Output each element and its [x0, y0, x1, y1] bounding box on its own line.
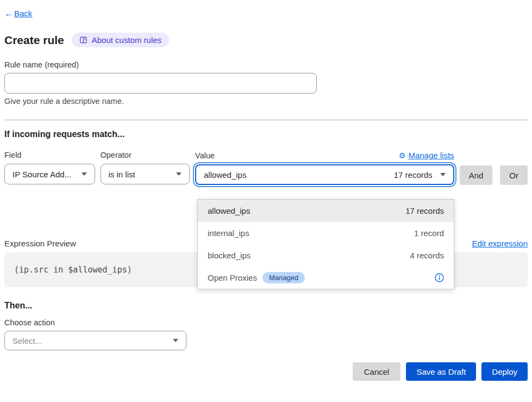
list-item-left: Open Proxies Managed: [208, 272, 305, 283]
list-item-records: 17 records: [405, 206, 444, 215]
operator-label: Operator: [101, 151, 190, 159]
list-item-blocked-ips[interactable]: blocked_ips 4 records: [198, 244, 454, 267]
and-button[interactable]: And: [460, 165, 493, 185]
about-custom-rules-label: About custom rules: [92, 35, 161, 45]
list-item-allowed-ips[interactable]: allowed_ips 17 records: [198, 200, 454, 222]
create-rule-page: ←Back Create rule About custom rules Rul…: [0, 0, 532, 402]
back-row: ←Back: [0, 0, 532, 18]
value-selected: allowed_ips: [204, 170, 246, 180]
value-column: Value ⚙Manage lists allowed_ips 17 recor…: [195, 151, 454, 185]
back-link[interactable]: ←Back: [4, 9, 32, 18]
left-arrow-icon: ←: [4, 9, 13, 18]
list-item-records: 1 record: [414, 228, 444, 238]
save-as-draft-button[interactable]: Save as Draft: [406, 362, 476, 381]
rule-name-helper: Give your rule a descriptive name.: [4, 97, 528, 106]
expression-preview-label: Expression Preview: [4, 239, 76, 248]
list-item-internal-ips[interactable]: internal_ips 1 record: [198, 222, 454, 244]
section-divider: [4, 120, 528, 120]
and-or-buttons: And Or: [460, 165, 528, 185]
list-item-name: Open Proxies: [208, 273, 257, 282]
managed-badge: Managed: [262, 272, 305, 283]
chevron-down-icon: [176, 172, 181, 176]
condition-row: Field IP Source Add... Operator is in li…: [4, 151, 528, 185]
field-select-value: IP Source Add...: [12, 170, 71, 179]
back-link-label: Back: [14, 9, 32, 18]
list-item-name: blocked_ips: [208, 251, 251, 260]
match-section-heading: If incoming requests match...: [4, 129, 528, 139]
operator-select[interactable]: is in list: [101, 164, 190, 184]
operator-select-value: is in list: [109, 170, 135, 179]
field-label: Field: [4, 151, 95, 159]
list-item-records: 4 records: [410, 251, 444, 260]
action-select[interactable]: Select...: [4, 331, 186, 350]
about-custom-rules-link[interactable]: About custom rules: [72, 33, 169, 47]
book-icon: [79, 36, 87, 44]
title-row: Create rule About custom rules: [4, 33, 528, 47]
deploy-button[interactable]: Deploy: [481, 362, 528, 381]
gear-icon: ⚙: [399, 151, 406, 160]
chevron-down-icon: [173, 339, 178, 342]
value-records-count: 17 records: [394, 170, 433, 180]
expression-code: (ip.src in $allowed_ips): [14, 265, 132, 275]
value-combobox-right: 17 records: [394, 170, 446, 180]
list-item-name: allowed_ips: [208, 206, 250, 215]
value-header: Value ⚙Manage lists: [195, 151, 454, 160]
or-button[interactable]: Or: [500, 165, 528, 185]
cancel-button[interactable]: Cancel: [353, 362, 401, 381]
action-select-placeholder: Select...: [12, 336, 42, 345]
manage-lists-label: Manage lists: [408, 151, 454, 160]
chevron-down-icon: [440, 173, 446, 176]
then-section-heading: Then...: [4, 301, 528, 311]
info-icon[interactable]: [435, 273, 444, 282]
list-item-name: internal_ips: [208, 228, 249, 238]
manage-lists-link[interactable]: ⚙Manage lists: [399, 151, 454, 160]
page-title: Create rule: [4, 34, 64, 47]
edit-expression-link[interactable]: Edit expression: [472, 239, 528, 248]
footer-actions: Cancel Save as Draft Deploy: [4, 362, 528, 381]
value-combobox[interactable]: allowed_ips 17 records: [195, 164, 454, 185]
operator-column: Operator is in list: [101, 151, 190, 185]
list-dropdown-panel: allowed_ips 17 records internal_ips 1 re…: [197, 199, 454, 289]
field-column: Field IP Source Add...: [4, 151, 95, 185]
field-select[interactable]: IP Source Add...: [4, 164, 95, 184]
chevron-down-icon: [82, 172, 87, 176]
list-item-open-proxies[interactable]: Open Proxies Managed: [198, 267, 454, 289]
rule-name-label: Rule name (required): [4, 60, 528, 69]
rule-name-input[interactable]: [4, 73, 317, 94]
value-label: Value: [195, 151, 215, 160]
choose-action-label: Choose action: [4, 318, 528, 327]
